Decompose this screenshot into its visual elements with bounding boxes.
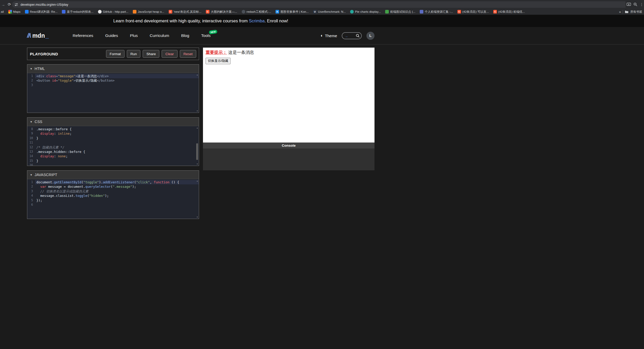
mdn-logo-cursor: _ — [45, 32, 49, 39]
bookmark-item[interactable]: 基于redash的报表... — [62, 10, 93, 14]
site-settings-icon[interactable] — [15, 3, 18, 7]
bookmark-item[interactable]: GitHub - http-part... — [98, 10, 128, 14]
bookmark-item[interactable]: UUserBenchmark: N... — [313, 10, 346, 14]
code-line[interactable]: <div class="message">这是一条消息</div> — [35, 74, 199, 78]
line-number: 5 — [27, 198, 33, 203]
nav-curriculum[interactable]: Curriculum — [150, 33, 169, 38]
reset-button[interactable]: Reset — [180, 50, 196, 58]
bookmark-item[interactable]: React调试利器: Re... — [25, 10, 58, 14]
scroll-down-icon[interactable]: ▼ — [196, 110, 198, 112]
nav-references[interactable]: References — [73, 33, 93, 38]
banner-suffix: . Enroll now! — [265, 18, 288, 23]
bookmark-item[interactable]: JavaScript heap o... — [133, 10, 164, 14]
forward-icon[interactable]: → — [0, 2, 6, 7]
code-line[interactable]: .message.hidden::before { — [35, 150, 199, 154]
scrimba-link[interactable]: Scrimba — [249, 18, 265, 23]
line-number: 8 — [27, 127, 33, 131]
bookmark-item[interactable]: Maps — [8, 10, 21, 14]
all-bookmarks-label[interactable]: 所有书签 — [630, 10, 642, 14]
code-line[interactable]: }); — [35, 198, 199, 203]
line-number: 1 — [27, 74, 33, 78]
scroll-up-icon[interactable]: ▲ — [196, 127, 198, 129]
line-number: 2 — [27, 184, 33, 189]
html-editor-header[interactable]: ▼ HTML — [27, 64, 199, 73]
format-button[interactable]: Format — [106, 50, 124, 58]
user-avatar[interactable]: L — [366, 32, 374, 40]
code-line[interactable]: } — [35, 136, 199, 140]
css-editor-panel: ▼ CSS 8910111213141516 .message::before … — [27, 117, 199, 166]
line-number: 3 — [27, 83, 33, 87]
cast-icon[interactable] — [627, 3, 631, 7]
code-lines[interactable]: <div class="message">这是一条消息</div><button… — [35, 73, 199, 113]
bookmark-item[interactable]: C(42条消息) 可以直... — [457, 10, 489, 14]
nav-guides[interactable]: Guides — [105, 33, 118, 38]
code-line[interactable] — [35, 83, 199, 87]
clear-button[interactable]: Clear — [162, 50, 177, 58]
code-line[interactable]: // 切换类名以显示或隐藏伪元素 — [35, 189, 199, 193]
bookmark-item[interactable]: C'new'表达式.其目标... — [169, 10, 201, 14]
code-lines[interactable]: .message::before { display: inline;}/* 隐… — [35, 126, 199, 166]
promo-banner-text: Learn front-end development with high qu… — [27, 15, 374, 27]
nav-blog[interactable]: Blog — [181, 33, 189, 38]
code-line[interactable]: } — [35, 159, 199, 163]
code-line[interactable]: display: inline; — [35, 131, 199, 136]
code-line[interactable]: /* 隐藏伪元素 */ — [35, 145, 199, 150]
toggle-visibility-button[interactable]: 切换显示/隐藏 — [206, 58, 231, 64]
css-editor-header[interactable]: ▼ CSS — [27, 118, 199, 126]
code-lines[interactable]: document.getElementById("toggle").addEve… — [35, 179, 199, 219]
bookmark-item[interactable]: C大图的解决方案—... — [206, 10, 237, 14]
code-line[interactable] — [35, 203, 199, 207]
search-icon[interactable] — [356, 34, 360, 38]
line-number: 13 — [27, 150, 33, 154]
mdn-logo[interactable]: //\ mdn _ — [27, 32, 49, 39]
scroll-up-icon[interactable]: ▲ — [196, 74, 198, 76]
scrollbar-thumb[interactable] — [196, 143, 198, 160]
editor-scrollbar[interactable]: ▲ ▼ — [196, 179, 199, 219]
address-bar[interactable]: developer.mozilla.org/en-US/play — [12, 1, 630, 8]
code-line[interactable]: document.getElementById("toggle").addEve… — [35, 180, 199, 184]
code-line[interactable]: .message::before { — [35, 127, 199, 131]
bookmark-favicon — [350, 10, 354, 14]
javascript-code-area[interactable]: 123456 document.getElementById("toggle")… — [27, 179, 199, 219]
bookmark-item[interactable]: 个人前端资源汇集 -... — [420, 10, 453, 14]
bookmark-item[interactable]: redash工程模式-... — [242, 10, 271, 14]
browser-menu-icon[interactable]: ⋮ — [640, 2, 643, 7]
line-number: 14 — [27, 154, 33, 158]
promo-banner: Learn front-end development with high qu… — [0, 15, 644, 27]
code-line[interactable]: display: none; — [35, 154, 199, 158]
bookmark-item[interactable]: C(42条消息) 前端优... — [493, 10, 525, 14]
zoom-icon[interactable] — [633, 2, 638, 7]
editor-scrollbar[interactable]: ▲ ▼ — [196, 126, 199, 166]
line-number: 2 — [27, 78, 33, 83]
nav-tools[interactable]: ToolsNEW — [201, 33, 211, 38]
scroll-down-icon[interactable]: ▼ — [196, 216, 198, 218]
editor-scrollbar[interactable]: ▲ ▼ — [196, 73, 199, 113]
collapse-caret-icon: ▼ — [30, 67, 32, 70]
bookmark-item[interactable]: 前端面试知识点 (... — [385, 10, 415, 14]
all-bookmarks-folder-icon[interactable] — [625, 10, 628, 13]
html-code-area[interactable]: 123 <div class="message">这是一条消息</div><bu… — [27, 73, 199, 113]
bookmark-label: UserBenchmark: N... — [318, 10, 346, 13]
preview-alert-label: 重要提示： — [206, 50, 227, 55]
nav-plus[interactable]: Plus — [130, 33, 138, 38]
code-line[interactable]: message.classList.toggle("hidden"); — [35, 193, 199, 198]
code-line[interactable] — [35, 140, 199, 145]
reload-icon[interactable]: ⟳ — [6, 2, 12, 7]
code-line[interactable]: <button id="toggle">切换显示/隐藏</button> — [35, 78, 199, 83]
bookmarks-overflow-chevron[interactable]: » — [619, 10, 621, 14]
javascript-editor-header[interactable]: ▼ JAVASCRIPT — [27, 171, 199, 179]
bookmark-label: JavaScript heap o... — [138, 10, 164, 13]
code-line[interactable] — [35, 163, 199, 166]
bookmark-item[interactable]: K图形变换事件 | Kon... — [275, 10, 308, 14]
scroll-down-icon[interactable]: ▼ — [196, 163, 198, 165]
search-input[interactable]: _ — [342, 32, 362, 39]
share-button[interactable]: Share — [143, 50, 159, 58]
run-button[interactable]: Run — [127, 50, 141, 58]
bookmark-favicon: C — [206, 10, 209, 14]
code-line[interactable]: var message = document.querySelector(".m… — [35, 184, 199, 189]
bookmark-item[interactable]: ail — [1, 10, 4, 13]
scroll-up-icon[interactable]: ▲ — [196, 180, 198, 182]
bookmark-item[interactable]: Pie charts display... — [350, 10, 381, 14]
css-code-area[interactable]: 8910111213141516 .message::before { disp… — [27, 126, 199, 166]
theme-toggle[interactable]: ◐ Theme — [321, 33, 337, 38]
